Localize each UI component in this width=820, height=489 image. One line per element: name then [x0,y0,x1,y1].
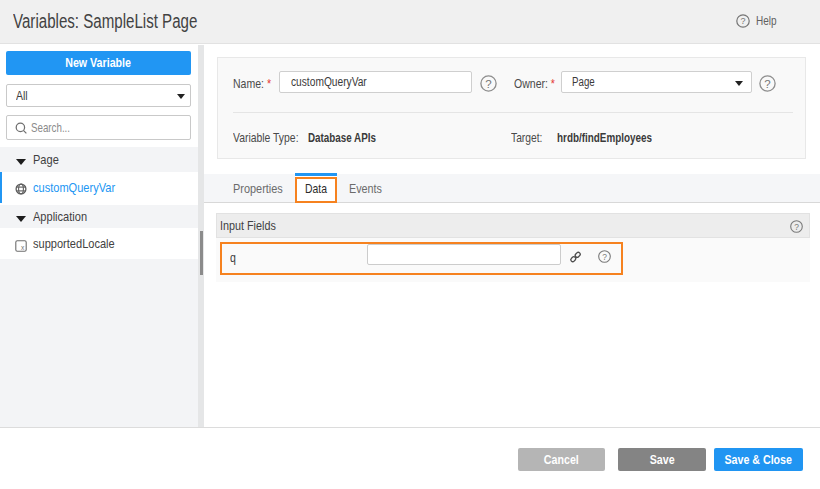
svg-text:?: ? [794,222,799,232]
svg-text:x: x [21,244,25,251]
svg-text:?: ? [602,252,607,262]
svg-text:?: ? [485,78,491,90]
svg-text:?: ? [740,16,745,26]
svg-text:?: ? [764,78,770,90]
